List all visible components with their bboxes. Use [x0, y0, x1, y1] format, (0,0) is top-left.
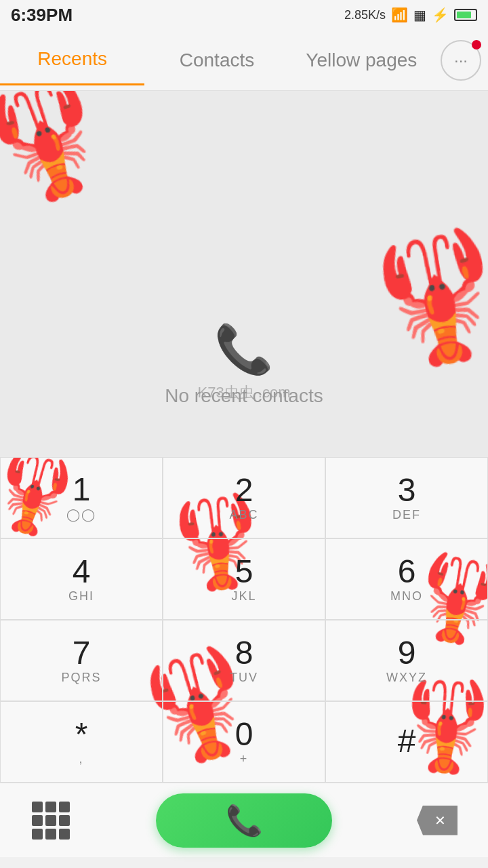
status-bar: 6:39PM 2.85K/s 📶 ▦ ⚡ [0, 0, 488, 30]
battery-icon [454, 9, 477, 21]
tab-yellow-pages[interactable]: Yellow pages [289, 36, 434, 85]
dial-letters-0: + [240, 752, 249, 766]
dial-number-6: 6 [398, 555, 416, 588]
status-time: 6:39PM [11, 5, 73, 26]
battery-fill [457, 12, 471, 18]
dial-letters-6: MNO [390, 589, 423, 604]
dial-number-9: 9 [398, 637, 416, 669]
notification-dot [472, 40, 481, 50]
dial-number-1: 1 [73, 473, 91, 506]
dial-letters-9: WXYZ [386, 671, 427, 685]
sim-icon: ▦ [413, 7, 426, 23]
dial-letters-5: JKL [231, 589, 256, 604]
dial-letters-3: DEF [392, 508, 421, 522]
dial-key-8[interactable]: 8TUV [163, 620, 325, 701]
dial-letters-2: ABC [229, 508, 258, 522]
tab-recents[interactable]: Recents [0, 35, 144, 85]
crayfish-decoration-2: 🦞 [351, 214, 488, 382]
crayfish-decoration-1: 🦞 [0, 91, 133, 224]
dial-key-3[interactable]: 3DEF [325, 457, 488, 538]
dial-letters-*: , [79, 752, 83, 766]
dial-key-4[interactable]: 4GHI [0, 538, 163, 620]
dial-number-#: # [398, 725, 416, 757]
dial-letters-8: TUV [230, 671, 258, 685]
dial-number-5: 5 [235, 555, 253, 588]
call-button[interactable]: 📞 [156, 793, 332, 848]
more-button[interactable]: ··· [441, 40, 481, 81]
dial-key-7[interactable]: 7PQRS [0, 620, 163, 701]
dial-letters-7: PQRS [61, 671, 101, 685]
dial-letters-1: ◯◯ [66, 507, 96, 522]
dialpad-toggle-button[interactable] [27, 797, 75, 844]
more-dots-icon: ··· [454, 51, 468, 70]
delete-icon [417, 806, 458, 835]
dial-number-4: 4 [73, 555, 91, 588]
dialpad-grid: 1◯◯2ABC3DEF4GHI5JKL6MNO7PQRS8TUV9WXYZ*,0… [0, 457, 488, 783]
dial-number-7: 7 [73, 637, 91, 669]
grid-icon [32, 802, 70, 840]
dial-key-9[interactable]: 9WXYZ [325, 620, 488, 701]
network-speed: 2.85K/s [344, 8, 386, 22]
bottom-bar: 📞 [0, 783, 488, 857]
dial-number-3: 3 [398, 474, 416, 507]
lightning-icon: ⚡ [432, 7, 449, 23]
dial-number-*: * [75, 718, 88, 751]
main-content: 🦞 🦞 📞 No recent contacts K73虫虫 .com [0, 91, 488, 457]
call-icon: 📞 [226, 803, 263, 838]
dial-number-8: 8 [235, 637, 253, 669]
dial-key-#[interactable]: # [325, 701, 488, 783]
dial-key-1[interactable]: 1◯◯ [0, 457, 163, 538]
dial-key-0[interactable]: 0+ [163, 701, 325, 783]
dial-key-6[interactable]: 6MNO [325, 538, 488, 620]
status-indicators: 2.85K/s 📶 ▦ ⚡ [344, 7, 477, 23]
watermark: K73虫虫 .com [198, 382, 291, 403]
more-menu[interactable]: ··· [434, 40, 488, 81]
dial-key-2[interactable]: 2ABC [163, 457, 325, 538]
wifi-icon: 📶 [391, 7, 408, 23]
delete-button[interactable] [413, 797, 461, 844]
dial-letters-4: GHI [68, 589, 94, 604]
tab-bar: Recents Contacts Yellow pages ··· [0, 30, 488, 91]
dial-key-*[interactable]: *, [0, 701, 163, 783]
dialpad-area: 🦞 🦞 🦞 🦞 🦞 1◯◯2ABC3DEF4GHI5JKL6MNO7PQRS8T… [0, 457, 488, 783]
dial-key-5[interactable]: 5JKL [163, 538, 325, 620]
dial-number-0: 0 [235, 718, 253, 751]
dial-number-2: 2 [235, 474, 253, 507]
phone-placeholder-icon: 📞 [165, 321, 323, 377]
tab-contacts[interactable]: Contacts [144, 36, 289, 85]
